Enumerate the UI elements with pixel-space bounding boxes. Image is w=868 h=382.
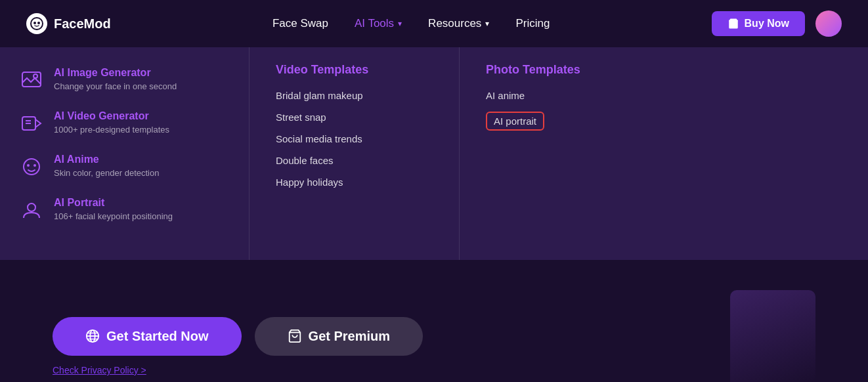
logo-icon [26,13,47,34]
svg-point-12 [33,164,36,167]
svg-point-0 [31,18,43,30]
image-generator-icon [20,68,43,92]
get-premium-button[interactable]: Get Premium [255,317,423,356]
anime-title: AI Anime [54,154,159,165]
svg-point-2 [37,22,40,24]
nav-resources[interactable]: Resources ▾ [428,17,489,30]
svg-point-5 [33,74,37,78]
menu-item-image-generator[interactable]: AI Image Generator Change your face in o… [20,67,229,92]
photo-templates-title: Photo Templates [486,63,643,77]
portrait-title: AI Portrait [54,197,173,209]
svg-point-10 [24,159,39,175]
nav-right: Buy Now [712,11,842,37]
svg-point-15 [35,205,36,207]
get-started-button[interactable]: Get Started Now [53,317,242,356]
dropdown-right-column: Photo Templates AI anime AI portrait [460,47,670,260]
link-double-faces[interactable]: Double faces [276,155,433,166]
svg-point-1 [33,22,36,24]
video-generator-desc: 1000+ pre-designed templates [54,125,169,135]
dropdown-menu: AI Image Generator Change your face in o… [0,47,868,260]
portrait-desc: 106+ facial keypoint positioning [54,211,173,221]
svg-marker-7 [35,119,41,127]
user-avatar[interactable] [815,11,842,37]
image-generator-title: AI Image Generator [54,67,177,79]
logo-text: FaceMod [54,16,111,32]
hero-image-right [730,290,815,382]
link-ai-portrait-highlighted[interactable]: AI portrait [486,112,544,131]
nav-face-swap[interactable]: Face Swap [272,17,328,30]
main-nav: Face Swap AI Tools ▾ Resources ▾ Pricing [272,17,550,30]
dropdown-left-column: AI Image Generator Change your face in o… [0,47,250,260]
menu-item-video-generator[interactable]: AI Video Generator 1000+ pre-designed te… [20,110,229,135]
link-ai-anime[interactable]: AI anime [486,90,643,101]
header: FaceMod Face Swap AI Tools ▾ Resources ▾… [0,0,868,47]
privacy-policy-link[interactable]: Check Privacy Policy > [53,365,146,375]
globe-icon [85,329,100,343]
link-street-snap[interactable]: Street snap [276,112,433,123]
image-generator-desc: Change your face in one second [54,81,177,91]
svg-point-11 [27,164,30,167]
dropdown-middle-column: Video Templates Bridal glam makeup Stree… [250,47,460,260]
link-social-media[interactable]: Social media trends [276,133,433,144]
portrait-icon [20,198,43,222]
link-bridal-glam[interactable]: Bridal glam makeup [276,90,433,101]
resources-chevron-icon: ▾ [485,19,489,28]
cart-icon [727,18,739,30]
video-generator-icon [20,112,43,135]
logo-area[interactable]: FaceMod [26,13,111,34]
ai-tools-chevron-icon: ▾ [398,19,402,28]
svg-point-14 [27,205,28,207]
video-generator-title: AI Video Generator [54,110,169,122]
menu-item-portrait[interactable]: AI Portrait 106+ facial keypoint positio… [20,197,229,222]
link-happy-holidays[interactable]: Happy holidays [276,177,433,188]
nav-ai-tools[interactable]: AI Tools ▾ [355,17,402,30]
buy-now-button[interactable]: Buy Now [712,11,805,36]
video-templates-title: Video Templates [276,63,433,77]
svg-point-13 [28,203,35,211]
anime-icon [20,155,43,179]
menu-item-anime[interactable]: AI Anime Skin color, gender detection [20,154,229,179]
nav-pricing[interactable]: Pricing [515,17,550,30]
premium-cart-icon [288,329,302,343]
anime-desc: Skin color, gender detection [54,168,159,178]
